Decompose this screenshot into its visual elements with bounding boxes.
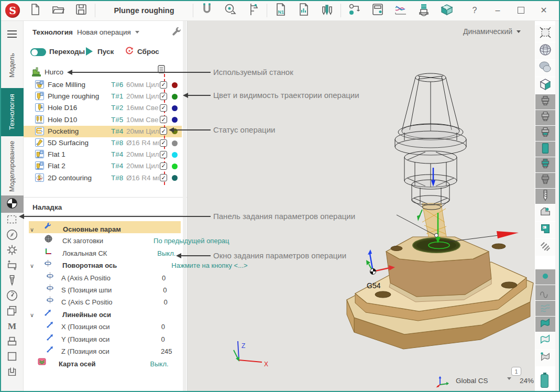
param-value[interactable]: 245 [161, 347, 172, 355]
operation-visibility-checkbox[interactable]: ✓ [160, 139, 167, 147]
operation-visibility-checkbox[interactable]: ✓ [160, 104, 167, 112]
chevron-expand-icon[interactable]: ∨ [30, 263, 34, 269]
toolpath-color-dot[interactable] [172, 175, 178, 181]
maximize-button[interactable] [513, 3, 529, 18]
operation-visibility-checkbox[interactable]: ✓ [160, 127, 167, 135]
view-tool-machine-head[interactable] [535, 204, 555, 221]
sidebar-tool-selection-frame[interactable] [0, 213, 24, 228]
open-folder-button[interactable] [49, 2, 67, 19]
view-tool-holder-collet[interactable] [535, 173, 555, 188]
new-operation-dropdown[interactable]: Новая операция [77, 28, 139, 36]
menu-hamburger-icon[interactable] [0, 25, 24, 43]
toolpath-color-dot[interactable] [172, 128, 178, 134]
sidebar-tool-settings-gear[interactable] [0, 243, 24, 258]
view-tool-flag-gray[interactable] [535, 332, 555, 349]
view-tool-holder-shaded[interactable] [535, 110, 555, 125]
run-play-icon[interactable] [86, 47, 93, 56]
sidebar-tool-material-m[interactable]: M [0, 319, 24, 334]
param-value[interactable]: 0 [161, 335, 164, 343]
reset-icon[interactable] [125, 46, 134, 56]
view-tool-hatch-lines[interactable] [535, 239, 555, 256]
view-tool-machine-sim[interactable] [535, 222, 555, 238]
toolpath-color-dot[interactable] [172, 94, 178, 100]
operation-row[interactable]: Flat 1T#420мм Цил✓ [24, 149, 182, 160]
view-tool-wave-layers[interactable] [535, 301, 555, 316]
new-file-button[interactable] [26, 2, 44, 19]
operation-row[interactable]: Hole D10T#510мм Све✓ [24, 114, 182, 126]
param-row[interactable]: Локальная СКВыкл. [24, 246, 183, 258]
view-tool-iso-box[interactable] [535, 77, 555, 94]
operation-settings-button[interactable] [169, 25, 184, 40]
run-label[interactable]: Пуск [97, 48, 114, 56]
param-value[interactable]: Выкл. [150, 360, 169, 368]
operation-visibility-checkbox[interactable]: ✓ [160, 81, 167, 89]
operation-row[interactable]: Face MillingT#660мм Цил✓ [24, 79, 182, 91]
view-tool-wire-sphere[interactable] [535, 42, 555, 59]
sidebar-tool-stock-stack[interactable] [0, 334, 24, 350]
sidebar-tool-workpiece-ball[interactable] [0, 195, 24, 213]
tool-set-button[interactable] [318, 2, 336, 19]
view-tool-holder-ring[interactable] [535, 126, 555, 141]
param-row[interactable]: X (Позиция оси0 [24, 320, 183, 331]
sidebar-tool-compass[interactable] [0, 228, 24, 243]
toolpath-color-dot[interactable] [172, 152, 178, 158]
operation-visibility-checkbox[interactable]: ✓ [160, 93, 167, 100]
view-tool-tool-solid[interactable] [535, 141, 555, 157]
toolpath-color-dot[interactable] [172, 117, 178, 123]
viewport-3d[interactable]: G54 Z X [188, 21, 535, 392]
param-value[interactable]: По предыдущей операц [153, 237, 229, 245]
param-value[interactable]: 0 [163, 286, 167, 294]
view-tool-flag-teal[interactable] [535, 317, 555, 332]
sidebar-tool-tool-drill[interactable] [0, 274, 24, 289]
minimize-button[interactable]: – [490, 3, 506, 18]
sidebar-tool-stock-box[interactable] [0, 258, 24, 274]
transitions-toggle[interactable] [30, 48, 46, 56]
operation-row[interactable]: 2D contouringT#8Ø16 R4 мм✓ [24, 172, 182, 184]
view-tool-flag-new[interactable] [535, 350, 555, 366]
sidebar-tool-vise[interactable] [0, 365, 24, 380]
param-row[interactable]: ∨Линейные оси [24, 308, 183, 319]
operation-row[interactable]: Flat 2T#420мм Цил✓ [24, 160, 182, 172]
report-chart-button[interactable] [295, 2, 313, 19]
view-tool-fit-view[interactable] [535, 25, 555, 42]
param-value[interactable]: 0 [161, 323, 165, 331]
toolpath-color-dot[interactable] [172, 164, 178, 169]
view-tool-shaded-view[interactable] [535, 60, 555, 77]
view-tool-point-dot[interactable] [535, 269, 555, 285]
toolpath-color-dot[interactable] [172, 82, 178, 88]
view-tool-curve-n[interactable] [535, 285, 555, 300]
param-row[interactable]: C (Axis C Positio0 [24, 295, 183, 307]
graph-curves-button[interactable] [392, 2, 410, 19]
param-value[interactable]: 0 [162, 274, 166, 282]
save-file-button[interactable] [72, 2, 90, 19]
operation-row[interactable]: Plunge roughingT#120мм Цил✓ [24, 91, 182, 102]
caliper-button[interactable] [244, 2, 262, 19]
param-value[interactable]: Выкл. [157, 249, 175, 257]
layers-stack-button[interactable] [415, 2, 433, 19]
panel-scrollbar[interactable] [183, 21, 186, 392]
tab-simulation[interactable]: Моделирование [0, 139, 24, 193]
operation-row[interactable]: 5D SurfacingT#8Ø16 R4 мм✓ [24, 137, 182, 149]
close-button[interactable]: ✕ [536, 3, 552, 18]
param-row[interactable]: ∨Основные парам [24, 222, 183, 233]
view-tool-drill-bit[interactable] [535, 189, 555, 204]
sidebar-tool-gauge[interactable] [0, 289, 24, 304]
operation-visibility-checkbox[interactable]: ✓ [160, 151, 167, 158]
param-row[interactable]: S (Позиция шпи0 [24, 283, 183, 295]
postprocess-box-button[interactable] [438, 2, 456, 19]
param-row[interactable]: Y (Позиция оси0 [24, 332, 183, 344]
view-tool-holder-teal[interactable] [535, 157, 555, 172]
operation-visibility-checkbox[interactable]: ✓ [160, 116, 167, 123]
process-node-button[interactable] [346, 2, 364, 19]
tab-model[interactable]: Модель [0, 46, 24, 85]
operation-visibility-checkbox[interactable]: ✓ [160, 162, 167, 170]
chevron-down-icon[interactable] [507, 377, 511, 380]
calculator-button[interactable] [369, 2, 387, 19]
chevron-expand-icon[interactable]: ∨ [30, 226, 34, 233]
chevron-expand-icon[interactable]: ∨ [30, 312, 34, 318]
magnet-button[interactable] [198, 2, 216, 19]
operation-row[interactable]: PocketingT#420мм Цил✓ [24, 126, 182, 137]
param-row[interactable]: Карта осейВыкл. [24, 356, 183, 368]
param-value[interactable]: 0 [164, 298, 168, 306]
param-row[interactable]: ∨Поворотная осьНажмите на кнопку <...> [24, 258, 183, 270]
